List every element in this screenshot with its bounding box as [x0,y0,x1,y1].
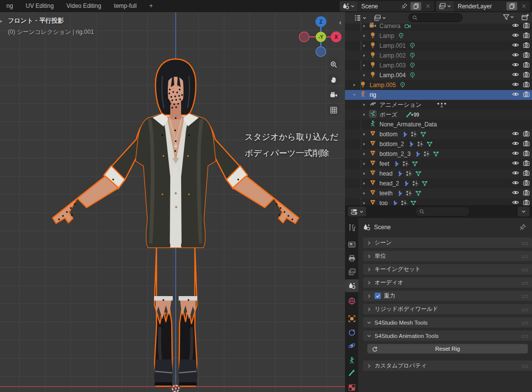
grid-toggle-button[interactable] [327,103,340,117]
drag-dots-icon[interactable] [521,332,529,340]
properties-tab-object[interactable] [345,312,358,325]
properties-tab-view-layer[interactable] [345,266,358,278]
properties-search-input[interactable] [415,207,470,216]
outliner-row-lamp-005[interactable]: Lamp.005 [345,80,532,90]
scene-unlink-button[interactable] [422,2,433,10]
panel-header--[interactable]: キーイングセット [363,264,532,274]
disable-render-toggle[interactable] [523,130,530,139]
outliner-filter-button[interactable] [502,13,514,21]
outliner-row-lamp[interactable]: Lamp [345,31,532,41]
drag-dots-icon[interactable] [521,305,529,314]
disable-render-toggle[interactable] [523,22,530,30]
hide-viewport-toggle[interactable] [512,41,519,50]
outliner-row-bottom_2_3[interactable]: bottom_2_3 [345,149,532,159]
outliner-row-lamp-004[interactable]: Lamp.004 [345,70,532,80]
character-model[interactable] [0,12,345,392]
outliner-row-none_armature_data[interactable]: None_Armature_Data [345,120,532,129]
disable-render-toggle[interactable] [523,41,530,50]
hide-viewport-toggle[interactable] [512,61,519,70]
hide-viewport-toggle[interactable] [512,140,519,149]
hide-viewport-toggle[interactable] [512,169,519,178]
scene-pin-button[interactable] [399,2,409,10]
panel-header--[interactable]: シーン [363,238,532,248]
panel-header--[interactable]: オーディオ [363,277,532,288]
viewport-3d[interactable]: フロント・平行投影 (0) シーンコレクション | rig.001 ▸ スタジオ… [0,12,345,392]
gravity-checkbox[interactable] [375,293,381,299]
drag-dots-icon[interactable] [521,265,529,274]
hide-viewport-toggle[interactable] [512,71,519,80]
hide-viewport-toggle[interactable] [512,159,519,168]
outliner-row-feet[interactable]: feet [345,159,532,169]
outliner-row-bottom[interactable]: bottom [345,129,532,139]
outliner-row--[interactable]: アニメーション [345,100,532,110]
gizmo-negz-axis[interactable] [316,47,326,57]
disable-render-toggle[interactable] [523,150,530,158]
expand-arrow-right-icon[interactable] [361,113,368,117]
reset-rig-button[interactable]: Reset Rig [367,344,528,354]
panel-header--[interactable]: カスタムプロパティ [363,361,532,371]
expand-arrow-down-icon[interactable] [351,93,358,97]
expand-arrow-right-icon[interactable] [351,83,358,87]
drag-dots-icon[interactable] [521,239,529,247]
expand-arrow-right-icon[interactable] [361,162,368,166]
expand-arrow-right-icon[interactable] [361,172,368,176]
properties-tab-texture[interactable] [345,381,358,392]
hide-viewport-toggle[interactable] [512,31,519,40]
render-layer-selector[interactable]: RenderLayer [436,1,530,11]
disable-render-toggle[interactable] [523,189,530,198]
disable-render-toggle[interactable] [523,31,530,40]
navigation-gizmo[interactable]: Z X -Y [298,15,345,60]
render-layer-remove-button[interactable] [518,2,529,10]
outliner-row-bottom_2[interactable]: bottom_2 [345,139,532,149]
outliner-row-camera[interactable]: Camera [345,21,532,31]
render-layer-name[interactable]: RenderLayer [454,3,506,10]
panel-header--[interactable]: 単位 [363,251,532,261]
outliner-row-head_2[interactable]: head_2 [345,179,532,188]
disable-render-toggle[interactable] [523,61,530,70]
properties-tab-constraints[interactable] [345,326,358,339]
expand-arrow-right-icon[interactable] [361,181,368,185]
properties-tab-bone[interactable] [345,366,358,379]
expand-arrow-right-icon[interactable] [361,34,368,38]
hide-viewport-toggle[interactable] [512,90,519,99]
disable-render-toggle[interactable] [523,140,530,149]
properties-tab-object-data[interactable] [345,354,358,367]
outliner-display-mode-dropdown[interactable] [352,14,369,22]
expand-arrow-right-icon[interactable] [361,54,368,58]
panel-header--[interactable]: リジッドボディワールド [363,304,532,314]
properties-tab-world[interactable] [345,295,358,307]
properties-tab-output[interactable] [345,252,358,265]
disable-render-toggle[interactable] [523,51,530,60]
outliner-row-teeth[interactable]: teeth [345,188,532,198]
workspace-tab-+[interactable]: + [143,0,159,12]
disable-render-toggle[interactable] [523,81,530,90]
panel-header-s4studio-animation-tools[interactable]: S4Studio Animation Tools [363,331,532,341]
hide-viewport-toggle[interactable] [512,150,519,158]
expand-arrow-right-icon[interactable] [361,63,368,67]
outliner-row-lamp-001[interactable]: Lamp.001 [345,41,532,51]
expand-arrow-right-icon[interactable] [361,201,368,205]
outliner-row-rig[interactable]: rig [345,90,532,100]
drag-dots-icon[interactable] [521,252,529,261]
scene-name[interactable]: Scene [357,3,399,10]
expand-arrow-right-icon[interactable] [361,24,368,28]
toolbar-expand-icon[interactable]: ▸ [0,18,2,24]
pin-icon[interactable] [519,224,526,231]
expand-arrow-right-icon[interactable] [361,142,368,146]
properties-tab-render[interactable] [345,238,358,251]
camera-view-button[interactable] [327,88,340,101]
properties-tab-scene[interactable] [345,279,358,292]
pan-button[interactable] [327,73,340,86]
expand-arrow-right-icon[interactable] [361,191,368,195]
hide-viewport-toggle[interactable] [512,130,519,139]
outliner-row--[interactable]: ポーズ+99 [345,110,532,120]
scene-selector[interactable]: Scene [340,1,434,11]
render-layer-new-button[interactable] [506,2,517,10]
outliner-row-lamp-003[interactable]: Lamp.003 [345,60,532,70]
drag-dots-icon[interactable] [521,318,529,327]
outliner-row-lamp-002[interactable]: Lamp.002 [345,51,532,60]
workspace-tab-temp-full[interactable]: temp-full [108,0,143,12]
properties-editor-type-dropdown[interactable] [348,207,366,216]
disable-render-toggle[interactable] [523,90,530,99]
disable-render-toggle[interactable] [523,169,530,178]
